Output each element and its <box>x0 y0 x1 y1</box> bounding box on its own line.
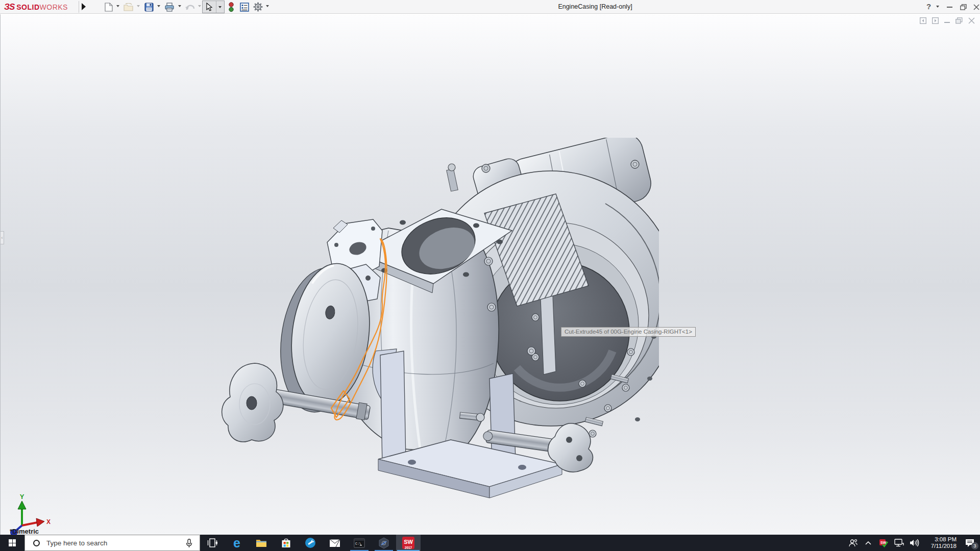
cortana-icon <box>33 540 40 546</box>
open-dropdown-caret[interactable] <box>137 5 140 7</box>
task-view-button[interactable] <box>200 535 225 551</box>
pane-right-button[interactable] <box>932 17 939 24</box>
edge-button[interactable]: e <box>225 535 249 551</box>
engine-casing-model[interactable] <box>220 138 659 505</box>
undo-button[interactable] <box>184 2 195 12</box>
file-explorer-button[interactable] <box>249 535 274 551</box>
options-button[interactable] <box>252 2 263 12</box>
command-prompt-button[interactable]: C:\ <box>347 535 372 551</box>
store-icon <box>281 538 291 548</box>
taskbar-clock[interactable]: 3:08 PM 7/11/2018 <box>922 536 957 549</box>
select-dropdown-caret[interactable] <box>218 6 222 8</box>
help-button[interactable]: ? <box>926 2 931 11</box>
doc-restore-button[interactable] <box>955 17 963 24</box>
save-button[interactable] <box>143 2 155 12</box>
clock-time: 3:08 PM <box>922 536 957 543</box>
hex-app-button[interactable] <box>372 535 396 551</box>
hexagon-app-icon <box>378 537 389 549</box>
menu-flyout-arrow-icon[interactable] <box>82 3 86 10</box>
chevron-up-icon <box>865 541 871 545</box>
file-explorer-icon <box>256 538 267 547</box>
traffic-light-icon <box>229 2 234 12</box>
doc-close-button[interactable] <box>968 17 975 24</box>
taskbar: Type here to search e <box>0 535 980 551</box>
mail-icon <box>329 539 340 547</box>
microphone-icon[interactable] <box>186 539 192 548</box>
divider <box>79 1 79 13</box>
print-button[interactable] <box>164 2 175 12</box>
edge-icon: e <box>233 537 240 548</box>
feature-panel-collapse-tab[interactable]: ‹ <box>1 231 4 244</box>
save-dropdown-caret[interactable] <box>157 5 160 7</box>
start-button[interactable] <box>0 535 24 551</box>
solidworks-logo: ЗS SOLIDWORKS <box>4 2 68 12</box>
feature-tooltip: Cut-Extrude45 of 00G-Engine Casing-RIGHT… <box>561 327 696 337</box>
task-view-icon <box>207 538 217 547</box>
rebuild-button[interactable] <box>226 2 237 12</box>
printer-icon <box>164 3 175 12</box>
window-title: EngineCasing [Read-only] <box>558 3 632 10</box>
undo-arrow-icon <box>185 3 195 11</box>
close-icon <box>973 4 979 10</box>
cursor-arrow-icon <box>206 3 213 11</box>
wrench-circle-icon <box>305 537 316 548</box>
triad-x-label: X <box>46 518 51 525</box>
print-dropdown-caret[interactable] <box>178 5 181 7</box>
people-icon <box>849 539 857 547</box>
close-button[interactable] <box>969 0 980 14</box>
brand-solid: SOLID <box>16 3 39 11</box>
titlebar: ЗS SOLIDWORKS <box>0 0 980 14</box>
restore-icon <box>960 4 967 10</box>
options-dropdown-caret[interactable] <box>266 5 269 7</box>
solidworks-logo-icon: ЗS <box>4 2 14 12</box>
clock-date: 7/11/2018 <box>922 543 957 549</box>
select-tool-button[interactable] <box>202 1 225 13</box>
solidworks-check-icon: SW <box>879 539 889 547</box>
document-window-controls <box>920 17 975 24</box>
taskbar-search[interactable]: Type here to search <box>24 535 200 551</box>
action-center-button[interactable]: 3 <box>960 535 980 551</box>
volume-tray-button[interactable] <box>906 535 922 551</box>
new-document-button[interactable] <box>103 2 114 12</box>
solidworks-2017-icon: SW 2017 <box>402 537 414 549</box>
doc-minimize-button[interactable] <box>944 22 950 23</box>
system-tray: SW 3:08 PM 7/11/2018 <box>845 535 980 551</box>
triad-y-label: Y <box>20 493 24 500</box>
network-icon <box>894 539 904 547</box>
search-placeholder: Type here to search <box>46 539 107 547</box>
view-orientation-label: *Dimetric <box>10 528 39 535</box>
minimize-button[interactable] <box>942 0 957 14</box>
new-dropdown-caret[interactable] <box>116 5 119 7</box>
graphics-viewport[interactable]: ‹ <box>0 14 980 535</box>
gear-icon <box>253 2 263 12</box>
open-button[interactable] <box>123 2 134 12</box>
store-button[interactable] <box>274 535 298 551</box>
command-prompt-icon: C:\ <box>354 538 365 548</box>
undo-dropdown-caret[interactable] <box>198 5 201 7</box>
people-button[interactable] <box>845 535 861 551</box>
file-properties-icon <box>240 3 249 12</box>
hidden-icons-button[interactable] <box>861 535 876 551</box>
help-dropdown-caret[interactable] <box>936 6 939 8</box>
file-properties-button[interactable] <box>239 2 250 12</box>
brand-works: WORKS <box>40 3 68 11</box>
windows-logo-icon <box>9 539 16 546</box>
solidworks-monitor-tray-button[interactable]: SW <box>876 535 891 551</box>
solidworks-taskbar-button[interactable]: SW 2017 <box>396 535 421 551</box>
network-tray-button[interactable] <box>891 535 906 551</box>
save-floppy-icon <box>144 3 154 12</box>
notification-badge: 3 <box>971 542 978 549</box>
open-folder-icon <box>124 3 134 11</box>
mail-button[interactable] <box>323 535 347 551</box>
pane-left-button[interactable] <box>920 17 926 24</box>
tool-circle-button[interactable] <box>298 535 323 551</box>
new-document-icon <box>105 3 113 12</box>
speaker-icon <box>910 539 919 547</box>
